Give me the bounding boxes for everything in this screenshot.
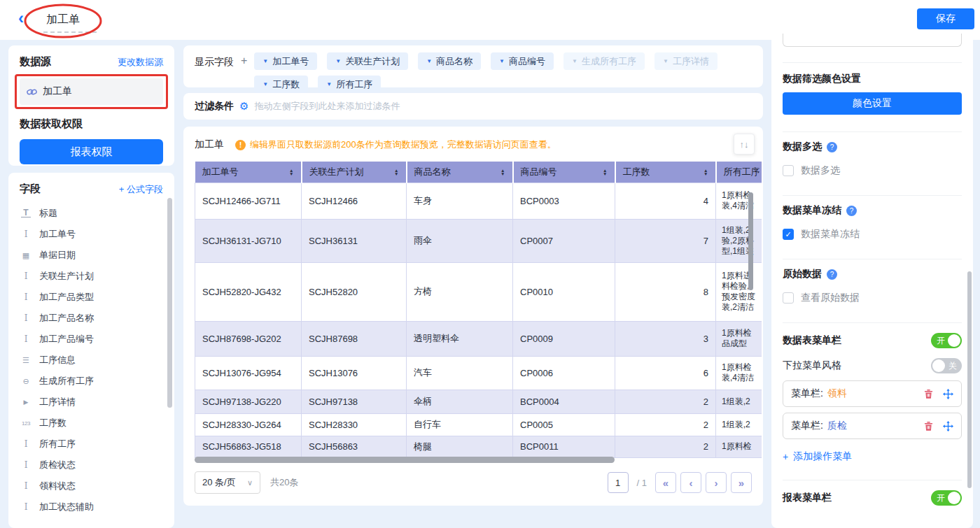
field-item-13[interactable]: I领料状态 <box>20 476 163 497</box>
question-icon[interactable]: ? <box>827 269 837 280</box>
field-item-11[interactable]: I所有工序 <box>20 434 163 455</box>
sort-arrows-icon[interactable]: ▲▼ <box>704 169 708 176</box>
gear-icon[interactable]: ⚙ <box>239 100 248 113</box>
sort-arrows-icon[interactable]: ▲▼ <box>603 169 607 176</box>
table-row[interactable]: SCJH87698-JG202SCJH87698透明塑料伞CP000931原料检… <box>195 321 762 356</box>
text-icon: I <box>20 292 32 302</box>
column-header-label: 关联生产计划 <box>309 166 364 178</box>
table-cell: BCP0004 <box>513 390 615 413</box>
sort-button[interactable]: ↑↓ <box>734 134 755 155</box>
raw-data-checkbox[interactable] <box>783 292 794 304</box>
move-icon[interactable] <box>943 421 953 431</box>
display-field-chip-1[interactable]: ▼关联生产计划 <box>327 52 408 70</box>
last-page-button[interactable]: » <box>731 472 752 493</box>
fields-scrollbar[interactable] <box>167 198 172 408</box>
table-menu-toggle[interactable]: 开 <box>931 333 962 348</box>
table-row[interactable]: SCJH12466-JG711SCJH12466车身BCP000341原料检 装… <box>195 183 762 219</box>
field-item-1[interactable]: I加工单号 <box>20 224 163 245</box>
back-icon[interactable]: ‹ <box>18 8 24 28</box>
field-item-9[interactable]: ▶工序详情 <box>20 392 163 413</box>
field-item-2[interactable]: ▦单据日期 <box>20 245 163 266</box>
field-item-label: 领料状态 <box>39 480 76 492</box>
title-icon: T <box>21 209 31 217</box>
trash-icon[interactable] <box>923 389 934 399</box>
field-item-12[interactable]: I质检状态 <box>20 455 163 476</box>
field-item-5[interactable]: I加工产品名称 <box>20 308 163 329</box>
sort-arrows-icon[interactable]: ▲▼ <box>289 169 293 176</box>
menu-freeze-header: 数据菜单冻结 ? <box>783 204 962 217</box>
table-cell: 8 <box>615 262 716 321</box>
text-icon: I <box>20 439 32 449</box>
table-row[interactable]: SCJH52820-JG432SCJH52820方椅CP001081原料进 料检… <box>195 262 762 321</box>
first-page-button[interactable]: « <box>655 472 676 493</box>
raw-data-header: 原始数据 ? <box>783 268 962 280</box>
display-field-chip-4[interactable]: ▼生成所有工序 <box>564 52 645 70</box>
sort-arrows-icon[interactable]: ▲▼ <box>500 169 505 176</box>
field-item-label: 单据日期 <box>39 249 76 262</box>
color-settings-button[interactable]: 颜色设置 <box>783 92 962 115</box>
datasource-item[interactable]: 加工单 <box>20 78 163 105</box>
field-item-4[interactable]: I加工产品类型 <box>20 287 163 308</box>
chevron-down-icon: ▼ <box>572 58 578 64</box>
display-field-chip-7[interactable]: ▼所有工序 <box>318 76 381 93</box>
field-item-10[interactable]: 123工序数 <box>20 413 163 434</box>
display-field-chip-5[interactable]: ▼工序详情 <box>654 52 718 70</box>
next-page-button[interactable]: › <box>706 472 727 493</box>
display-field-chip-2[interactable]: ▼商品名称 <box>418 52 481 70</box>
report-permission-button[interactable]: 报表权限 <box>20 139 163 164</box>
add-formula-field-link[interactable]: + 公式字段 <box>119 183 163 196</box>
prev-page-button[interactable]: ‹ <box>680 472 701 493</box>
field-item-3[interactable]: I关联生产计划 <box>20 266 163 287</box>
text-icon: I <box>20 271 32 281</box>
save-button[interactable]: 保存 <box>917 8 974 29</box>
settings-scrollbar[interactable] <box>967 271 972 488</box>
table-cell: 汽车 <box>407 356 513 390</box>
field-item-7[interactable]: ☰工序信息 <box>20 350 163 371</box>
table-row[interactable]: SCJH97138-JG220SCJH97138伞柄BCP000421组装,2 <box>195 390 762 413</box>
table-cell: CP0005 <box>513 413 615 436</box>
column-header-label: 商品编号 <box>521 166 557 178</box>
add-display-field-icon[interactable]: + <box>241 55 247 67</box>
display-field-chip-3[interactable]: ▼商品编号 <box>491 52 554 70</box>
field-item-6[interactable]: I加工产品编号 <box>20 329 163 350</box>
table-row[interactable]: SCJH28330-JG264SCJH28330自行车CP000521组装,2 <box>195 413 762 436</box>
change-datasource-link[interactable]: 更改数据源 <box>118 56 163 69</box>
page-number-input[interactable]: 1 <box>608 472 629 493</box>
display-field-chip-0[interactable]: ▼加工单号 <box>254 52 317 70</box>
column-header-label: 加工单号 <box>202 166 239 178</box>
multi-select-checkbox[interactable] <box>783 165 794 176</box>
field-item-8[interactable]: ⊖生成所有工序 <box>20 371 163 392</box>
display-field-chip-6[interactable]: ▼工序数 <box>254 76 308 93</box>
table-cell: SCJH97138-JG220 <box>195 390 302 413</box>
menu-item-value: 领料 <box>827 387 847 400</box>
menu-bar-item-0[interactable]: 菜单栏:领料 <box>783 380 962 407</box>
menu-freeze-checkbox[interactable]: ✓ <box>783 229 794 240</box>
truncated-input[interactable] <box>783 34 962 47</box>
table-vertical-scrollbar[interactable] <box>748 192 753 290</box>
report-menu-toggle[interactable]: 开 <box>931 490 962 506</box>
list-icon: ☰ <box>20 356 32 365</box>
table-menu-row: 数据表菜单栏 开 <box>783 333 962 348</box>
table-row[interactable]: SCJH36131-JG710SCJH36131雨伞CP000771组装,2 验… <box>195 219 762 262</box>
question-icon[interactable]: ? <box>846 206 857 216</box>
filter-bar: 过滤条件 ⚙ 拖动左侧字段到此处来添加过滤条件 <box>183 93 763 120</box>
field-item-14[interactable]: I加工状态辅助 <box>20 497 163 518</box>
report-menu-row: 报表菜单栏 开 <box>783 490 962 506</box>
table-horizontal-scrollbar[interactable] <box>195 457 762 464</box>
dropdown-style-toggle[interactable]: 关 <box>931 358 962 373</box>
add-action-menu-link[interactable]: + 添加操作菜单 <box>783 450 962 463</box>
move-icon[interactable] <box>943 389 953 399</box>
field-item-0[interactable]: T标题 <box>20 203 163 224</box>
table-row[interactable]: SCJH13076-JG954SCJH13076汽车CP000661原料检 装,… <box>195 356 762 390</box>
warning-text: 编辑界面只取数据源前200条作为查询数据预览，完整数据请访问页面查看。 <box>250 138 556 151</box>
menu-bar-item-1[interactable]: 菜单栏:质检 <box>783 413 962 439</box>
sort-arrows-icon[interactable]: ▲▼ <box>394 169 398 176</box>
page-title[interactable]: 加工单 <box>46 13 80 27</box>
page-size-select[interactable]: 20 条/页 ∨ <box>195 471 260 494</box>
preview-warning: ! 编辑界面只取数据源前200条作为查询数据预览，完整数据请访问页面查看。 <box>235 138 556 151</box>
table-cell: 1组装,2 <box>716 413 762 436</box>
table-row[interactable]: SCJH56863-JG518SCJH56863椅腿BCP001121原料检 <box>195 436 762 457</box>
question-icon[interactable]: ? <box>827 142 837 152</box>
trash-icon[interactable] <box>923 421 934 431</box>
menu-item-prefix: 菜单栏: <box>791 387 823 400</box>
